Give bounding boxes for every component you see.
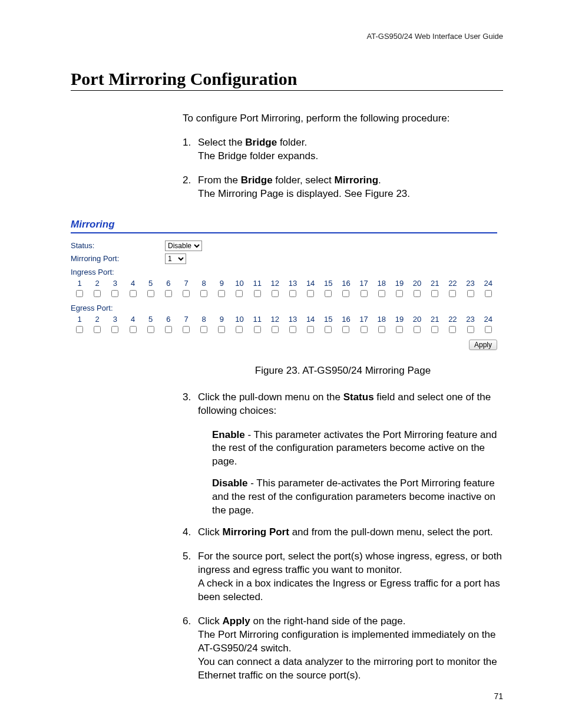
egress-port-checkbox-14[interactable] — [307, 326, 314, 333]
ingress-port-header: 3 — [106, 278, 124, 289]
ingress-port-checkbox-11[interactable] — [254, 290, 261, 297]
step-text: For the source port, select the port(s) … — [198, 550, 503, 604]
egress-port-header: 5 — [142, 314, 160, 325]
egress-port-checkbox-3[interactable] — [111, 326, 118, 333]
ingress-port-checkbox-21[interactable] — [431, 290, 438, 297]
ingress-port-checkbox-7[interactable] — [183, 290, 190, 297]
ingress-port-header: 7 — [177, 278, 195, 289]
choice-text: Enable - This parameter activates the Po… — [212, 429, 503, 469]
step-number: 1. — [183, 136, 198, 163]
egress-port-checkbox-24[interactable] — [485, 326, 492, 333]
ingress-port-checkbox-22[interactable] — [449, 290, 456, 297]
ingress-port-header: 13 — [284, 278, 302, 289]
ingress-port-header: 8 — [195, 278, 213, 289]
step-text: Click the pull-down menu on the Status f… — [198, 391, 503, 418]
egress-port-checkbox-16[interactable] — [342, 326, 349, 333]
egress-port-header: 24 — [480, 314, 497, 325]
ingress-port-header: 23 — [461, 278, 479, 289]
status-select[interactable]: DisableEnable — [165, 241, 202, 251]
egress-port-checkbox-10[interactable] — [236, 326, 243, 333]
intro-text: To configure Port Mirroring, perform the… — [183, 112, 503, 126]
ingress-port-header: 20 — [408, 278, 426, 289]
ingress-port-checkbox-10[interactable] — [236, 290, 243, 297]
ingress-port-checkbox-18[interactable] — [378, 290, 385, 297]
ingress-port-header: 4 — [124, 278, 141, 289]
egress-port-checkbox-17[interactable] — [361, 326, 368, 333]
egress-port-checkbox-4[interactable] — [130, 326, 137, 333]
egress-port-header: 17 — [355, 314, 373, 325]
step-number: 4. — [183, 526, 198, 539]
egress-port-checkbox-20[interactable] — [414, 326, 421, 333]
ingress-port-header: 24 — [480, 278, 497, 289]
ingress-port-checkbox-5[interactable] — [147, 290, 154, 297]
egress-port-checkbox-2[interactable] — [94, 326, 101, 333]
step-text: Select the Bridge folder.The Bridge fold… — [198, 136, 503, 163]
egress-port-header: 14 — [302, 314, 319, 325]
ingress-port-checkbox-23[interactable] — [467, 290, 474, 297]
egress-port-header: 21 — [426, 314, 444, 325]
egress-port-checkbox-9[interactable] — [218, 326, 225, 333]
egress-port-checkbox-7[interactable] — [183, 326, 190, 333]
mirroring-port-select[interactable]: 123456789101112131415161718192021222324 — [165, 253, 186, 264]
ingress-port-header: 11 — [249, 278, 266, 289]
egress-port-checkbox-18[interactable] — [378, 326, 385, 333]
egress-port-header: 15 — [319, 314, 337, 325]
status-label: Status: — [71, 241, 165, 250]
mirroring-panel: Mirroring Status: DisableEnable Mirrorin… — [71, 219, 497, 350]
step-text: Click Apply on the right-hand side of th… — [198, 615, 503, 683]
egress-port-checkbox-1[interactable] — [76, 326, 83, 333]
ingress-port-header: 1 — [71, 278, 88, 289]
ingress-port-header: 19 — [391, 278, 408, 289]
ingress-port-checkbox-3[interactable] — [111, 290, 118, 297]
step-text: From the Bridge folder, select Mirroring… — [198, 174, 503, 201]
ingress-port-checkbox-9[interactable] — [218, 290, 225, 297]
ingress-port-checkbox-15[interactable] — [325, 290, 332, 297]
mirroring-port-label: Mirroring Port: — [71, 254, 165, 263]
egress-port-checkbox-12[interactable] — [272, 326, 279, 333]
ingress-port-header: 12 — [266, 278, 284, 289]
ingress-port-header: 16 — [337, 278, 355, 289]
ingress-port-checkbox-20[interactable] — [414, 290, 421, 297]
ingress-port-checkbox-4[interactable] — [130, 290, 137, 297]
egress-port-header: 22 — [444, 314, 461, 325]
ingress-port-header: 10 — [230, 278, 248, 289]
egress-port-checkbox-8[interactable] — [200, 326, 207, 333]
egress-port-checkbox-23[interactable] — [467, 326, 474, 333]
egress-port-header: 11 — [249, 314, 266, 325]
ingress-port-checkbox-2[interactable] — [94, 290, 101, 297]
ingress-port-checkbox-12[interactable] — [272, 290, 279, 297]
ingress-port-checkbox-13[interactable] — [289, 290, 296, 297]
steps-bottom: 3.Click the pull-down menu on the Status… — [183, 391, 503, 683]
egress-port-checkbox-5[interactable] — [147, 326, 154, 333]
ingress-port-checkbox-16[interactable] — [342, 290, 349, 297]
ingress-port-header: 9 — [213, 278, 230, 289]
egress-port-checkbox-11[interactable] — [254, 326, 261, 333]
egress-port-header: 8 — [195, 314, 213, 325]
egress-port-checkbox-19[interactable] — [396, 326, 403, 333]
egress-port-checkbox-21[interactable] — [431, 326, 438, 333]
ingress-port-checkbox-17[interactable] — [361, 290, 368, 297]
step-number: 6. — [183, 615, 198, 683]
egress-port-header: 12 — [266, 314, 284, 325]
egress-port-header: 19 — [391, 314, 408, 325]
apply-button[interactable]: Apply — [469, 340, 497, 350]
ingress-port-checkbox-6[interactable] — [165, 290, 172, 297]
egress-port-checkbox-15[interactable] — [325, 326, 332, 333]
egress-port-checkbox-13[interactable] — [289, 326, 296, 333]
section-title: Port Mirroring Configuration — [71, 69, 503, 91]
ingress-port-checkbox-1[interactable] — [76, 290, 83, 297]
ingress-port-checkbox-24[interactable] — [485, 290, 492, 297]
egress-port-header: 2 — [88, 314, 106, 325]
steps-top: 1.Select the Bridge folder.The Bridge fo… — [183, 136, 503, 201]
egress-label: Egress Port: — [71, 304, 497, 312]
ingress-port-header: 6 — [160, 278, 177, 289]
egress-port-header: 3 — [106, 314, 124, 325]
egress-port-checkbox-22[interactable] — [449, 326, 456, 333]
ingress-port-checkbox-8[interactable] — [200, 290, 207, 297]
ingress-port-checkbox-19[interactable] — [396, 290, 403, 297]
egress-port-grid: 123456789101112131415161718192021222324 — [71, 314, 497, 336]
egress-port-header: 9 — [213, 314, 230, 325]
ingress-port-checkbox-14[interactable] — [307, 290, 314, 297]
egress-port-header: 1 — [71, 314, 88, 325]
egress-port-checkbox-6[interactable] — [165, 326, 172, 333]
